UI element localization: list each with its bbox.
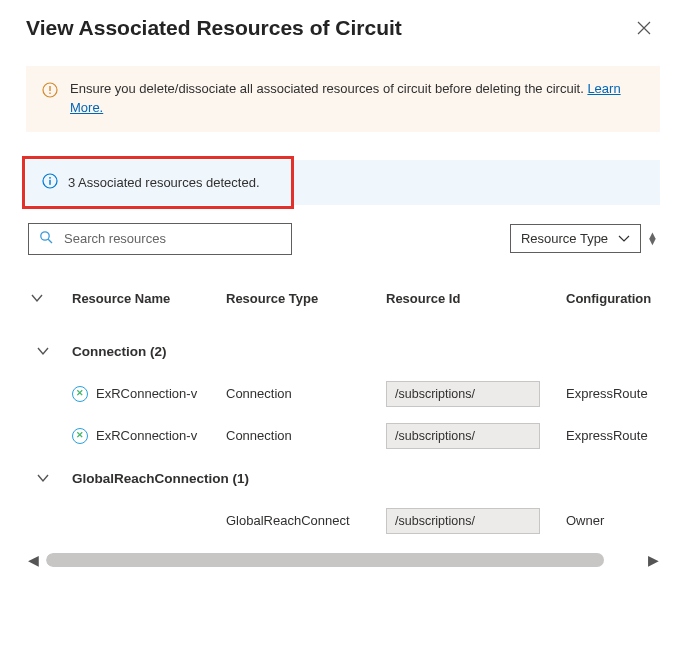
cell-config: ExpressRoute [566, 386, 678, 401]
resource-grid: Resource Name Resource Type Resource Id … [26, 291, 660, 542]
svg-point-4 [49, 177, 51, 179]
sort-toggle[interactable]: ▲ ▼ [647, 233, 658, 244]
search-box[interactable] [28, 223, 292, 255]
grid-header: Resource Name Resource Type Resource Id … [26, 291, 660, 330]
svg-point-6 [41, 231, 49, 239]
svg-line-7 [48, 239, 52, 243]
scroll-track[interactable] [46, 553, 640, 567]
group-name: Connection (2) [72, 344, 678, 359]
cell-name: ✕ExRConnection-v [72, 386, 226, 402]
group-name: GlobalReachConnection (1) [72, 471, 678, 486]
scroll-thumb[interactable] [46, 553, 604, 567]
dropdown-label: Resource Type [521, 231, 608, 246]
group-row[interactable]: GlobalReachConnection (1) [26, 457, 660, 500]
info-text: 3 Associated resources detected. [68, 175, 260, 190]
sort-down-icon: ▼ [647, 239, 658, 245]
scroll-right-icon[interactable]: ▶ [646, 552, 660, 568]
scroll-left-icon[interactable]: ◀ [26, 552, 40, 568]
group-toggle[interactable] [26, 346, 72, 356]
group-row[interactable]: Connection (2) [26, 330, 660, 373]
warning-icon [42, 82, 58, 104]
cell-type: GlobalReachConnect [226, 513, 386, 528]
info-icon [42, 173, 58, 192]
cell-name: ✕ExRConnection-v [72, 428, 226, 444]
svg-rect-1 [49, 86, 50, 91]
cell-type: Connection [226, 386, 386, 401]
page-title: View Associated Resources of Circuit [26, 16, 402, 40]
col-type-header[interactable]: Resource Type [226, 291, 386, 306]
col-id-header[interactable]: Resource Id [386, 291, 566, 306]
col-name-header[interactable]: Resource Name [72, 291, 226, 306]
cell-type: Connection [226, 428, 386, 443]
connection-icon: ✕ [72, 428, 88, 444]
table-row[interactable]: GlobalReachConnect/subscriptions/Owner [26, 500, 660, 542]
cell-id[interactable]: /subscriptions/ [386, 381, 540, 407]
close-icon [637, 21, 651, 35]
connection-icon: ✕ [72, 386, 88, 402]
search-input[interactable] [62, 230, 281, 247]
horizontal-scrollbar[interactable]: ◀ ▶ [26, 542, 660, 578]
col-config-header[interactable]: Configuration [566, 291, 678, 306]
resource-type-dropdown[interactable]: Resource Type [510, 224, 641, 253]
cell-config: ExpressRoute [566, 428, 678, 443]
warning-banner: Ensure you delete/dissociate all associa… [26, 66, 660, 132]
expand-all-toggle[interactable] [26, 293, 72, 303]
close-button[interactable] [628, 12, 660, 44]
cell-id[interactable]: /subscriptions/ [386, 508, 540, 534]
svg-rect-2 [49, 93, 50, 94]
info-banner: 3 Associated resources detected. [26, 160, 660, 205]
table-row[interactable]: ✕ExRConnection-vConnection/subscriptions… [26, 415, 660, 457]
warning-text: Ensure you delete/dissociate all associa… [70, 80, 630, 118]
svg-rect-5 [49, 179, 50, 184]
search-icon [39, 230, 54, 248]
cell-config: Owner [566, 513, 678, 528]
group-toggle[interactable] [26, 473, 72, 483]
cell-id[interactable]: /subscriptions/ [386, 423, 540, 449]
chevron-down-icon [618, 231, 630, 246]
table-row[interactable]: ✕ExRConnection-vConnection/subscriptions… [26, 373, 660, 415]
